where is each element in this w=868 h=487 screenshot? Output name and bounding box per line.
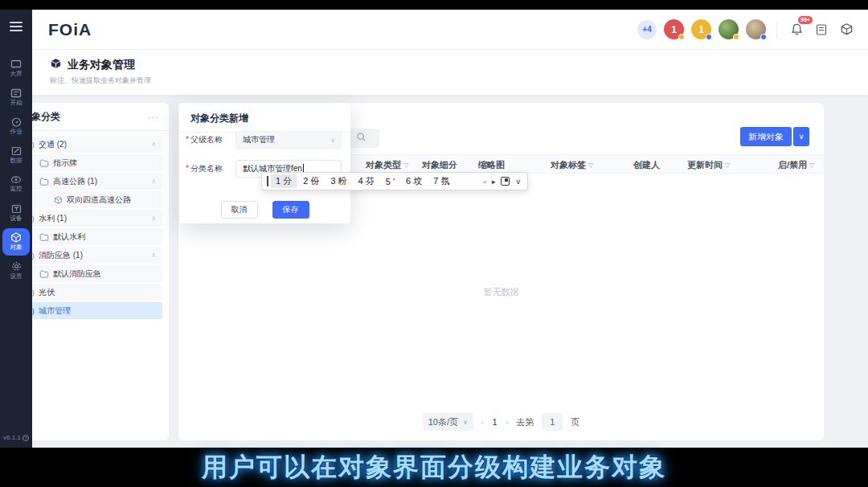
document-icon[interactable] — [813, 21, 830, 39]
sidebar-item-label: 设置 — [10, 272, 22, 280]
divider — [776, 22, 777, 38]
add-object-button[interactable]: 新增对象 — [740, 127, 792, 146]
avatar-user-3[interactable] — [719, 19, 739, 39]
page-title: 业务对象管理 — [68, 58, 135, 72]
tree-item-sign[interactable]: 指示牌 — [18, 154, 162, 171]
hamburger-menu-icon[interactable] — [10, 19, 23, 34]
filter-icon[interactable]: ▽ — [403, 162, 408, 169]
status-dot — [760, 34, 767, 40]
ime-next-icon[interactable]: ▸ — [492, 178, 496, 186]
ime-candidate-3[interactable]: 3 粉 — [326, 174, 351, 188]
screenshot-stage: 大屏 开始 作业 数据 监控 — [0, 0, 868, 487]
sidebar-item-label: 数据 — [10, 157, 22, 165]
goto-page-input[interactable]: 1 — [542, 413, 563, 431]
sidebar: 大屏 开始 作业 数据 监控 — [0, 10, 32, 448]
page-size-select[interactable]: 10条/页∨ — [423, 413, 473, 431]
tree-item-solar[interactable]: 光伏 — [18, 284, 162, 301]
sidebar-item-jobs[interactable]: 作业 — [2, 113, 30, 140]
collapse-icon[interactable]: ∧ — [151, 215, 156, 222]
sidebar-nav: 大屏 开始 作业 数据 监控 — [0, 55, 32, 286]
collapse-icon[interactable]: ∧ — [151, 178, 156, 185]
ime-candidate-bar: 1 分 2 份 3 粉 4 芬 5 ' 6 坟 7 氛 ◂ ▸ ∨ — [261, 172, 528, 190]
object-category-panel: 对象分类 ··· 交通 (2)∧ 指示牌 高速公路 (1)∧ — [12, 103, 169, 440]
box-icon[interactable] — [837, 21, 855, 39]
sidebar-item-devices[interactable]: 设备 — [2, 199, 30, 227]
sidebar-item-label: 监控 — [10, 185, 22, 193]
ime-candidate-4[interactable]: 4 芬 — [354, 174, 379, 188]
sidebar-item-settings[interactable]: 设置 — [2, 257, 30, 284]
col-object-tags: 对象标签▽ — [551, 155, 593, 174]
filter-icon[interactable]: ▽ — [725, 162, 730, 169]
tree-item-traffic[interactable]: 交通 (2)∧ — [18, 136, 162, 153]
tree-item-fire-emergency[interactable]: 消防应急 (1)∧ — [18, 247, 162, 264]
avatar-user-4[interactable] — [746, 19, 766, 39]
folder-icon — [39, 159, 49, 167]
status-dot — [733, 34, 739, 40]
pagination: 10条/页∨ ‹ 1 › 去第 1 页 — [178, 413, 824, 431]
ime-candidate-5[interactable]: 5 ' — [381, 176, 399, 187]
category-name-label: *分类名称 — [186, 163, 235, 174]
app-window: 大屏 开始 作业 数据 监控 — [0, 10, 868, 448]
filter-icon[interactable]: ▽ — [809, 162, 814, 169]
tree-item-water[interactable]: 水利 (1)∧ — [18, 210, 162, 227]
app-logo: FOiA — [48, 20, 92, 39]
cancel-button[interactable]: 取消 — [221, 201, 258, 219]
avatar-user-1[interactable]: 1 — [664, 19, 684, 39]
sidebar-item-objects[interactable]: 对象 — [2, 228, 30, 256]
tree-item-default-water[interactable]: 默认水利 — [18, 228, 162, 245]
topbar-actions: +4 1 1 99+ — [637, 19, 855, 39]
status-dot — [678, 34, 685, 40]
tree-more-icon[interactable]: ··· — [148, 113, 159, 122]
sidebar-item-data[interactable]: 数据 — [2, 141, 30, 169]
ime-candidate-2[interactable]: 2 份 — [298, 174, 324, 188]
gear-icon — [11, 261, 22, 272]
sidebar-item-label: 对象 — [10, 244, 22, 252]
tree-item-default-fire[interactable]: 默认消防应急 — [18, 265, 162, 282]
ime-expand-icon[interactable] — [501, 177, 510, 186]
more-users-badge[interactable]: +4 — [637, 20, 657, 39]
chevron-down-icon: ∨ — [330, 137, 335, 144]
topbar: FOiA +4 1 1 99+ — [32, 10, 868, 50]
parent-name-label: *父级名称 — [186, 134, 235, 145]
notifications-bell-icon[interactable]: 99+ — [788, 21, 805, 39]
modal-title: 对象分类新增 — [179, 103, 350, 133]
sidebar-item-start[interactable]: 开始 — [2, 84, 30, 111]
status-dot — [706, 34, 712, 40]
next-page-button[interactable]: › — [506, 417, 509, 427]
filter-icon[interactable]: ▽ — [588, 162, 593, 169]
avatar-user-2[interactable]: 1 — [691, 19, 711, 39]
help-icon[interactable]: ? — [23, 435, 29, 441]
tree-item-highway[interactable]: 高速公路 (1)∧ — [18, 173, 162, 190]
page-subtitle: 标注、快速提取业务对象并管理 — [32, 72, 868, 86]
prev-page-button[interactable]: ‹ — [481, 417, 485, 427]
parent-name-select[interactable]: 城市管理 ∨ — [235, 131, 342, 149]
subtitle-text: 用户可以在对象界面分级构建业务对象 — [202, 450, 666, 485]
ime-candidate-1[interactable]: 1 分 — [271, 174, 297, 188]
ime-collapse-icon[interactable]: ∨ — [515, 178, 521, 186]
start-icon — [10, 88, 22, 98]
add-object-dropdown-button[interactable]: ∨ — [793, 127, 809, 146]
folder-icon — [39, 233, 49, 241]
tree-item-four-lane-highway[interactable]: 双向四道高速公路 — [18, 191, 162, 208]
sidebar-item-label: 设备 — [10, 215, 22, 223]
eye-icon — [10, 175, 22, 184]
collapse-icon[interactable]: ∧ — [151, 141, 156, 148]
search-icon — [356, 131, 366, 145]
paper-plane-icon — [11, 117, 22, 127]
tree-item-city-management[interactable]: 城市管理 — [18, 302, 162, 319]
current-page[interactable]: 1 — [493, 417, 497, 427]
save-button[interactable]: 保存 — [272, 201, 309, 219]
ime-prev-icon[interactable]: ◂ — [482, 178, 486, 186]
ime-candidate-7[interactable]: 7 氛 — [428, 174, 454, 188]
col-enable-disable: 启/禁用▽ — [778, 155, 814, 174]
sidebar-item-monitor[interactable]: 监控 — [2, 170, 30, 198]
collapse-icon[interactable]: ∧ — [151, 252, 156, 259]
sidebar-item-label: 作业 — [10, 128, 22, 136]
col-creator: 创建人 — [633, 155, 660, 174]
chevron-down-icon: ∨ — [463, 419, 468, 426]
sidebar-item-screen[interactable]: 大屏 — [2, 55, 30, 82]
add-object-split-button: 新增对象 ∨ — [740, 127, 809, 146]
ime-candidate-6[interactable]: 6 坟 — [401, 174, 427, 188]
screen-icon — [10, 59, 22, 69]
sidebar-item-label: 开始 — [10, 99, 22, 107]
